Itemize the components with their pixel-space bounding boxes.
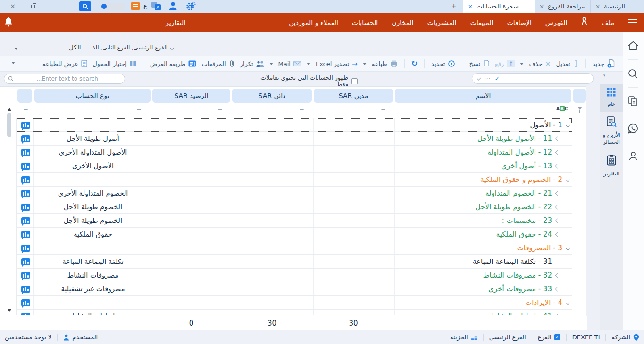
chart-bubble-icon[interactable] (18, 255, 33, 268)
tab-branch-review[interactable]: × مراجعة الفروع (535, 0, 591, 13)
scroll-up-icon[interactable] (8, 106, 11, 111)
expand-chevron-icon[interactable] (566, 123, 570, 127)
search-rail-button[interactable] (622, 60, 644, 87)
export-dropdown-caret[interactable] (307, 63, 310, 67)
filter-operator[interactable]: = (299, 105, 304, 112)
column-header-name[interactable]: الاسم (395, 89, 571, 103)
table-row[interactable]: الخصوم المتداولة الأخرى 21 - الخصوم المت… (17, 187, 572, 200)
copy-button[interactable]: نسخ (469, 60, 490, 67)
window-close-button[interactable]: × (6, 0, 20, 13)
only-transactions-checkbox[interactable] (351, 78, 358, 84)
account-name-cell[interactable]: 41 - إيرادات النشاط (395, 310, 572, 315)
table-row[interactable]: حقوق الملكية 24 - حقوق الملكية (17, 228, 572, 241)
print-button[interactable]: طباعة (372, 60, 398, 67)
expand-chevron-icon[interactable] (555, 191, 560, 196)
chart-bubble-icon[interactable] (18, 241, 33, 254)
print-preview-button[interactable]: عرض للطباعة (42, 60, 87, 67)
chart-bubble-icon[interactable] (18, 214, 33, 227)
mail-dropdown-caret[interactable] (269, 63, 273, 67)
table-row[interactable]: تكلفة البضاعة المباعة 31 - تكلفة البضاعة… (17, 255, 572, 269)
column-header-type[interactable]: نوع الحساب (34, 89, 151, 103)
window-minimize-button[interactable]: — (45, 0, 59, 13)
chart-bubble-icon[interactable] (18, 200, 33, 213)
whatsapp-button[interactable] (622, 115, 644, 142)
menu-purchases[interactable]: المشتريات (427, 19, 457, 26)
window-restore-button[interactable] (26, 0, 41, 13)
table-row[interactable]: مصروفات غير تشغيلية 33 - مصروفات أخرى (17, 282, 572, 296)
notifications-bell-icon[interactable] (4, 17, 13, 29)
account-name-cell[interactable]: 13 - أصول أخرى (395, 159, 572, 172)
home-button[interactable] (622, 32, 644, 59)
table-row[interactable]: الخصوم طويلة الأجل 23 - مخصصات : (17, 214, 572, 228)
sidebar-item-reports[interactable]: التقارير (600, 150, 623, 182)
tab-accounts-tree[interactable]: × شجرة الحسابات (463, 0, 535, 13)
table-row[interactable]: الخصوم طويلة الأجل 22 - الخصوم طويلة الأ… (17, 200, 572, 214)
select-button[interactable]: تحديد (431, 60, 455, 67)
account-name-cell[interactable]: 2 - الخصوم و حقوق الملكية (395, 173, 572, 186)
table-row[interactable]: الأصول الأخرى 13 - أصول أخرى (17, 159, 572, 173)
attachments-button[interactable]: المرفقات (201, 60, 234, 67)
expand-chevron-icon[interactable] (566, 300, 570, 305)
accounts-filter-combo[interactable]: ... ✓ (472, 73, 594, 84)
table-row[interactable]: 1 - الأصول ← (17, 118, 572, 132)
account-name-cell[interactable]: 4 - الإيرادات (395, 296, 572, 309)
table-row[interactable]: أصول طويلة الأجل 11 - الأصول طويلة الأجل (17, 132, 572, 146)
search-input[interactable] (14, 75, 121, 82)
toolbar-overflow-caret[interactable] (11, 62, 15, 66)
chart-bubble-icon[interactable] (18, 228, 33, 241)
table-row[interactable]: 4 - الإيرادات (17, 296, 572, 310)
expand-chevron-icon[interactable] (555, 205, 560, 209)
account-name-cell[interactable]: 23 - مخصصات : (395, 214, 572, 227)
menu-sales[interactable]: المبيعات (470, 19, 493, 26)
account-name-cell[interactable]: 1 - الأصول (395, 118, 572, 131)
branches-dropdown[interactable]: الفرع الرئيسى, الفرع الثانى, الذ (92, 42, 175, 53)
tab-close-icon[interactable]: × (468, 3, 473, 10)
expand-chevron-icon[interactable] (555, 314, 560, 315)
chart-bubble-icon[interactable] (18, 146, 33, 159)
delete-dropdown-caret[interactable] (520, 63, 524, 67)
table-row[interactable]: الأصول المتداولة الأخرى 12 - الأصول المت… (17, 146, 572, 159)
filter-operator[interactable]: = (23, 105, 28, 112)
chart-bubble-icon[interactable] (18, 159, 33, 172)
expand-chevron-icon[interactable] (555, 273, 560, 278)
treasury-status[interactable]: الخزينه (450, 334, 477, 341)
account-name-cell[interactable]: 24 - حقوق الملكية (395, 228, 572, 241)
account-name-cell[interactable]: 11 - الأصول طويلة الأجل (395, 132, 572, 145)
profile-button[interactable] (622, 142, 644, 170)
filter-operator[interactable]: = (381, 105, 386, 112)
user-status[interactable]: المستخدم (63, 334, 98, 341)
hamburger-icon[interactable] (628, 19, 637, 25)
table-row[interactable]: إيرادات النشاط 41 - إيرادات النشاط (17, 310, 572, 315)
chart-bubble-icon[interactable] (18, 269, 33, 282)
export-excel-button[interactable]: → تصدير Excel (316, 60, 358, 67)
delete-button[interactable]: × حذف (529, 60, 551, 67)
account-name-cell[interactable]: 3 - المصروفات (395, 241, 572, 254)
account-name-cell[interactable]: 32 - مصروفات النشاط (395, 269, 572, 282)
scroll-thumb[interactable] (7, 113, 11, 137)
table-row[interactable]: مصروفات النشاط 32 - مصروفات النشاط (17, 269, 572, 282)
branch-name[interactable]: الفرع الرئيسى (489, 334, 526, 341)
account-name-cell[interactable]: 31 - تكلفة البضاعة المباعة (395, 255, 572, 268)
secondary-filter-dropdown[interactable] (13, 44, 59, 53)
translate-button[interactable]: A (151, 1, 161, 13)
expand-chevron-icon[interactable] (555, 150, 560, 155)
account-name-cell[interactable]: 22 - الخصوم طويلة الأجل (395, 200, 572, 213)
chart-bubble-icon[interactable] (18, 118, 33, 131)
scroll-down-icon[interactable] (8, 309, 11, 314)
sidebar-item-profit-loss[interactable]: الأرباح و الخسائر (600, 112, 623, 150)
expand-chevron-icon[interactable] (566, 177, 570, 182)
menu-reports[interactable]: التقارير (166, 19, 185, 26)
menu-list-button[interactable] (131, 2, 140, 10)
refresh-button[interactable]: ↻ (411, 60, 418, 67)
view-mode-button[interactable]: طريقة العرض (150, 60, 197, 67)
filter-operator[interactable]: = (136, 105, 142, 112)
account-name-cell[interactable]: 33 - مصروفات أخرى (395, 282, 572, 295)
user-button[interactable] (168, 1, 177, 13)
tab-home[interactable]: × الرئيسية (591, 0, 644, 13)
column-header-icons[interactable] (17, 89, 32, 103)
tab-close-icon[interactable]: × (539, 3, 544, 10)
print-dropdown-caret[interactable] (363, 63, 367, 67)
tab-close-icon[interactable]: × (595, 3, 600, 10)
chart-bubble-icon[interactable] (18, 282, 33, 295)
chart-bubble-icon[interactable] (18, 310, 33, 315)
